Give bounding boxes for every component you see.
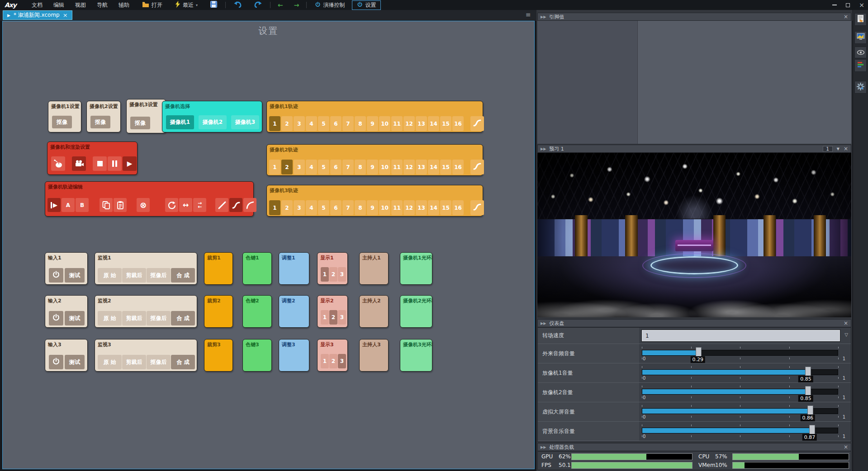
track-button-16[interactable]: 16 — [452, 200, 464, 215]
undo-button[interactable] — [228, 0, 247, 10]
track-button-8[interactable]: 8 — [355, 116, 366, 131]
track-button-1[interactable]: 1 — [269, 160, 280, 174]
track-button-8[interactable]: 8 — [355, 160, 366, 174]
menu-item-2[interactable]: 编辑 — [48, 0, 70, 10]
track-button-14[interactable]: 14 — [428, 160, 439, 174]
close-window-button[interactable]: × — [859, 3, 864, 7]
display-button-3[interactable]: 3 — [338, 267, 346, 282]
monitor-mode-button-3[interactable]: 抠像后 — [147, 355, 171, 369]
track-button-1[interactable]: 1 — [269, 200, 280, 215]
track-button-8[interactable]: 8 — [355, 200, 366, 215]
adjust-3-panel[interactable]: 调整3 — [279, 339, 309, 372]
camera-select-button-2[interactable]: 摄像机2 — [199, 115, 227, 129]
track-button-11[interactable]: 11 — [391, 200, 403, 215]
chroma-key-1-panel[interactable]: 色键1 — [242, 252, 272, 285]
display-button-3[interactable]: 3 — [338, 310, 346, 325]
play-button[interactable]: ▶ — [123, 156, 137, 171]
track-button-7[interactable]: 7 — [342, 160, 354, 174]
track-button-5[interactable]: 5 — [318, 116, 329, 131]
preview-index-field[interactable]: 1 — [823, 146, 833, 152]
close-icon[interactable]: × — [844, 146, 848, 152]
host-3-panel[interactable]: 主持人3 — [359, 339, 389, 372]
track-button-9[interactable]: 9 — [367, 200, 378, 215]
copy-button[interactable] — [100, 198, 113, 212]
display-button-3[interactable]: 3 — [338, 354, 346, 368]
settings-mode-button[interactable]: 设置 — [352, 0, 381, 10]
display-button-2[interactable]: 2 — [329, 310, 337, 325]
stop-button[interactable] — [93, 156, 107, 171]
track-button-9[interactable]: 9 — [367, 160, 378, 174]
dropdown-arrow-icon[interactable]: ▽ — [844, 332, 848, 337]
track-button-4[interactable]: 4 — [306, 116, 317, 131]
marker-a-button[interactable]: A — [62, 198, 75, 212]
track-button-15[interactable]: 15 — [440, 200, 451, 215]
redo-button[interactable] — [249, 0, 267, 10]
track-button-12[interactable]: 12 — [403, 160, 415, 174]
track-button-15[interactable]: 15 — [440, 116, 451, 131]
studio-control-button[interactable]: 演播控制 — [309, 0, 350, 10]
track-button-16[interactable]: 16 — [452, 160, 464, 174]
crop-3-panel[interactable]: 裁剪3 — [204, 339, 233, 372]
monitor-mode-button-3[interactable]: 抠像后 — [147, 311, 171, 325]
mouse-control-button[interactable] — [51, 156, 65, 171]
track-button-7[interactable]: 7 — [342, 116, 354, 131]
collapse-icon[interactable]: ▶▶ — [541, 445, 546, 449]
slider-control[interactable]: 010.85 — [641, 363, 847, 382]
host-1-panel[interactable]: 主持人1 — [359, 252, 389, 285]
track-button-11[interactable]: 11 — [391, 160, 403, 174]
maximize-button[interactable] — [846, 3, 850, 7]
monitor-mode-button-4[interactable]: 合 成 — [171, 311, 195, 325]
track-button-10[interactable]: 10 — [379, 160, 390, 174]
track-button-7[interactable]: 7 — [342, 200, 354, 215]
track-button-10[interactable]: 10 — [379, 116, 390, 131]
transition-speed-dropdown[interactable]: 1 — [642, 330, 840, 341]
dashboard-header[interactable]: ▶▶ 仪表盘 × — [537, 319, 851, 327]
settings-gear-button[interactable] — [854, 81, 867, 94]
track-button-12[interactable]: 12 — [403, 200, 415, 215]
step-play-button[interactable]: ▶ — [47, 198, 61, 212]
display-button-1[interactable]: 1 — [321, 267, 329, 282]
camera-select-button-1[interactable]: 摄像机1 — [166, 115, 194, 129]
monitor-mode-button-2[interactable]: 剪裁后 — [122, 268, 146, 283]
slider-control[interactable]: 010.87 — [641, 422, 847, 441]
slider-track[interactable] — [642, 350, 838, 356]
host-2-panel[interactable]: 主持人2 — [359, 295, 389, 328]
track-button-12[interactable]: 12 — [403, 116, 415, 131]
crop-2-panel[interactable]: 裁剪2 — [204, 295, 233, 328]
loop-button[interactable]: →← — [193, 198, 206, 212]
track-button-6[interactable]: 6 — [330, 116, 342, 131]
track-button-3[interactable]: 3 — [294, 160, 305, 174]
save-button[interactable] — [205, 0, 223, 10]
rotate-button[interactable] — [165, 198, 178, 212]
track-button-10[interactable]: 10 — [379, 200, 390, 215]
linear-interp-button[interactable] — [215, 198, 228, 212]
open-button[interactable]: 打开 — [137, 0, 168, 10]
test-button[interactable]: 测试 — [65, 268, 85, 283]
chroma-key-3-panel[interactable]: 色键3 — [242, 339, 272, 372]
statistics-button[interactable] — [854, 59, 867, 72]
document-tab[interactable]: ▶ * 溆浦新闻.xcomp × — [3, 10, 72, 20]
tab-list-menu-icon[interactable]: ≡ — [526, 11, 531, 18]
track-curve-button[interactable] — [470, 160, 484, 174]
keying-button[interactable]: 抠像 — [90, 116, 110, 128]
collapse-icon[interactable]: ▶▶ — [541, 321, 546, 325]
track-button-13[interactable]: 13 — [416, 200, 427, 215]
camera-light-1-panel[interactable]: 摄像机1光环境 — [400, 252, 432, 285]
adjust-1-panel[interactable]: 调整1 — [279, 252, 309, 285]
display-button-2[interactable]: 2 — [329, 354, 337, 368]
camera-light-2-panel[interactable]: 摄像机2光环境 — [400, 295, 432, 328]
track-button-6[interactable]: 6 — [330, 160, 342, 174]
monitor-mode-button-1[interactable]: 原 始 — [98, 355, 122, 369]
slider-track[interactable] — [642, 389, 838, 395]
close-tab-icon[interactable]: × — [63, 12, 68, 19]
monitor-mode-button-1[interactable]: 原 始 — [98, 268, 122, 283]
menu-item-1[interactable]: 文档 — [26, 0, 48, 10]
camera-select-button-3[interactable]: 摄像机3 — [231, 115, 259, 129]
script-editor-button[interactable] — [854, 13, 867, 26]
ease-interp-button[interactable] — [243, 198, 256, 212]
pause-button[interactable] — [108, 156, 122, 171]
monitor-mode-button-4[interactable]: 合 成 — [171, 268, 195, 283]
track-button-2[interactable]: 2 — [281, 116, 293, 131]
close-icon[interactable]: × — [844, 320, 848, 326]
chroma-key-2-panel[interactable]: 色键2 — [242, 295, 272, 328]
